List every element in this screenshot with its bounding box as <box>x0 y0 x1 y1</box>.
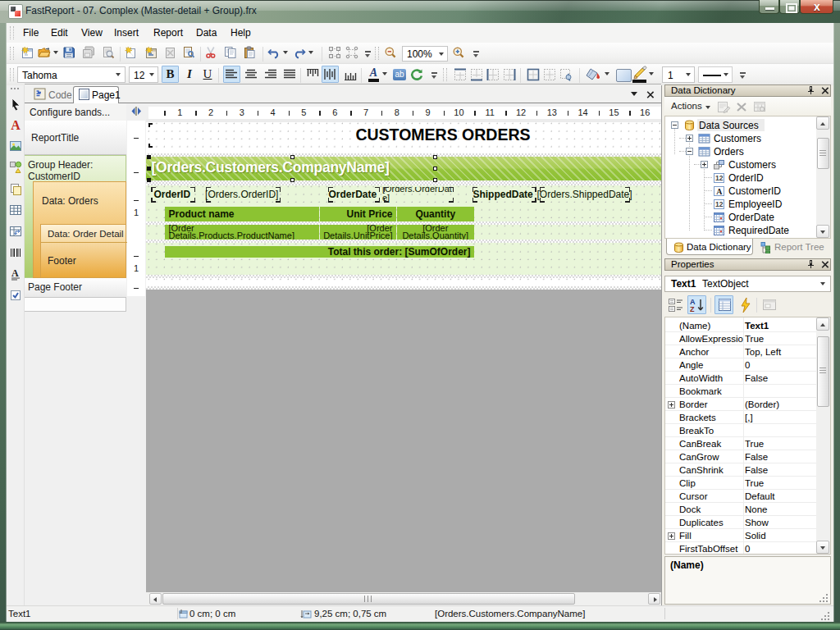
svg-text:A: A <box>11 267 19 279</box>
svg-text:A: A <box>716 187 723 196</box>
svg-text:12: 12 <box>715 174 724 182</box>
svg-text:Z: Z <box>690 305 695 313</box>
svg-text:12: 12 <box>715 200 724 208</box>
